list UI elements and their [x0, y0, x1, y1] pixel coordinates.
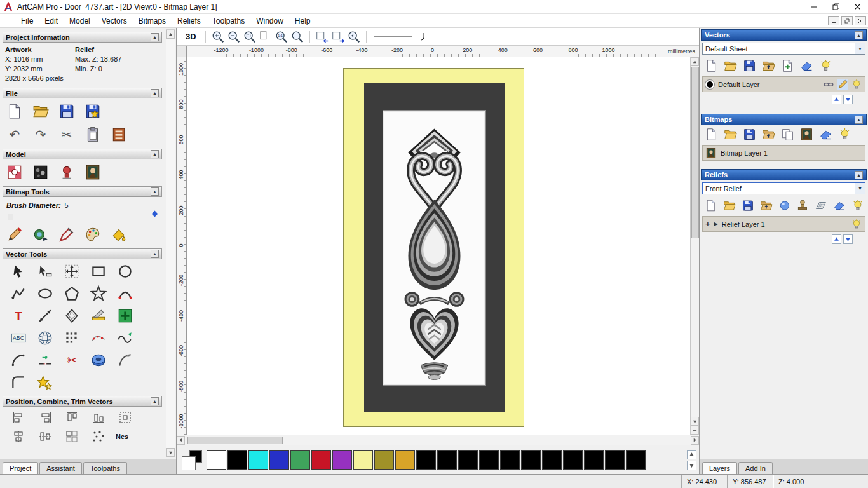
view-splitter-icon[interactable] — [691, 426, 699, 435]
palette-swatch-11[interactable] — [437, 450, 457, 470]
fit-arcs-icon[interactable] — [117, 352, 133, 369]
new-file-icon[interactable] — [705, 199, 717, 212]
zoom-back-icon[interactable] — [347, 30, 361, 44]
set-model-size-icon[interactable] — [6, 164, 23, 180]
vector-layer-row[interactable]: Default Layer — [702, 76, 865, 92]
brush-diameter-slider[interactable] — [6, 212, 157, 222]
new-layer-plus-icon[interactable]: + — [705, 219, 710, 229]
palette-swatch-12[interactable] — [458, 450, 478, 470]
new-file-icon[interactable] — [705, 128, 718, 141]
create-polygon-icon[interactable] — [64, 285, 80, 302]
open-file-icon[interactable] — [724, 128, 737, 141]
align-left-icon[interactable] — [11, 410, 26, 425]
close-icon[interactable] — [846, 0, 868, 13]
extrude-vector-icon[interactable] — [90, 352, 107, 369]
tab-toolpaths[interactable]: Toolpaths — [83, 462, 127, 474]
menu-file[interactable]: File — [15, 15, 39, 27]
palette-swatch-14[interactable] — [500, 450, 520, 470]
undo-icon[interactable]: ↶ — [6, 126, 23, 143]
collapse-icon[interactable]: ▲ — [151, 397, 159, 405]
eraser-icon[interactable] — [833, 199, 846, 212]
paint-selective-icon[interactable] — [32, 226, 49, 243]
palette-scroll-up-icon[interactable] — [687, 450, 696, 459]
save-model-icon[interactable] — [85, 103, 101, 119]
eraser-icon[interactable] — [819, 128, 832, 141]
tab-layers[interactable]: Layers — [702, 462, 737, 474]
sheet-select[interactable]: Default Sheet ▼ — [702, 43, 865, 55]
create-rectangle-icon[interactable] — [90, 263, 107, 280]
line-style-widget[interactable] — [372, 31, 433, 43]
expand-arrow-icon[interactable]: ▶ — [714, 221, 718, 227]
collapse-icon[interactable]: ▲ — [151, 250, 159, 258]
menu-edit[interactable]: Edit — [39, 15, 64, 27]
slice-vector-icon[interactable] — [90, 308, 107, 324]
palette-swatch-1[interactable] — [227, 450, 247, 470]
palette-swatch-16[interactable] — [542, 450, 562, 470]
text-block-icon[interactable]: ABC — [10, 330, 27, 346]
bulb-icon[interactable] — [851, 219, 862, 230]
palette-swatch-7[interactable] — [353, 450, 373, 470]
notes-icon[interactable] — [111, 126, 127, 143]
create-star-icon[interactable] — [90, 285, 107, 302]
palette-swatch-20[interactable] — [626, 450, 646, 470]
spin-vectors-icon[interactable] — [37, 374, 53, 391]
vertical-scrollbar[interactable] — [690, 57, 699, 435]
zoom-ratio-icon[interactable]: 1:1 — [275, 30, 288, 44]
palette-swatch-19[interactable] — [605, 450, 625, 470]
open-file-icon[interactable] — [32, 103, 49, 119]
edit-icon[interactable] — [837, 79, 848, 90]
palette-scroll-down-icon[interactable] — [687, 461, 696, 470]
align-top-icon[interactable] — [64, 410, 79, 425]
save-file-icon[interactable] — [58, 103, 75, 119]
collapse-icon[interactable]: ▲ — [855, 171, 863, 179]
open-file-icon[interactable] — [724, 59, 737, 72]
offset-vector-icon[interactable] — [64, 308, 80, 324]
paste-vector-icon[interactable] — [117, 308, 133, 324]
transform-vectors-icon[interactable] — [64, 263, 80, 280]
adjust-model-icon[interactable] — [32, 164, 49, 180]
mdi-restore-icon[interactable] — [841, 16, 853, 25]
align-bottom-icon[interactable] — [91, 410, 106, 425]
palette-swatch-4[interactable] — [290, 450, 310, 470]
scroll-left-icon[interactable] — [177, 436, 185, 445]
left-panel-scrollbar[interactable] — [166, 29, 175, 458]
save-file-icon[interactable] — [743, 128, 756, 141]
copy-icon[interactable] — [781, 128, 794, 141]
chevron-down-icon[interactable]: ▼ — [855, 183, 865, 194]
create-circle-icon[interactable] — [117, 263, 133, 280]
zoom-box-icon[interactable] — [243, 30, 257, 44]
bitmap-layer-row[interactable]: Bitmap Layer 1 — [702, 145, 865, 161]
eraser-icon[interactable] — [800, 59, 813, 72]
collapse-icon[interactable]: ▲ — [151, 150, 159, 158]
scroll-up-icon[interactable] — [166, 30, 175, 39]
new-layer-icon[interactable] — [781, 59, 794, 72]
collapse-icon[interactable]: ▲ — [151, 89, 159, 97]
new-file-icon[interactable] — [705, 59, 718, 72]
wrap-vectors-icon[interactable] — [37, 330, 53, 346]
collapse-icon[interactable]: ▲ — [151, 187, 159, 196]
palette-swatch-2[interactable] — [248, 450, 268, 470]
bulb-icon[interactable] — [838, 128, 851, 141]
merge-folder-icon[interactable] — [760, 199, 773, 212]
layer-up-icon[interactable] — [832, 95, 841, 104]
merge-folder-icon[interactable] — [762, 59, 775, 72]
load-bitmap-icon[interactable] — [800, 128, 813, 141]
fillet-vectors-icon[interactable] — [10, 374, 27, 391]
zoom-out-icon[interactable] — [227, 30, 241, 44]
chevron-down-icon[interactable]: ▼ — [855, 43, 865, 54]
palette-swatch-5[interactable] — [311, 450, 331, 470]
align-right-icon[interactable] — [37, 410, 53, 425]
palette-swatch-9[interactable] — [395, 450, 415, 470]
palette-swatch-13[interactable] — [479, 450, 499, 470]
select-vectors-icon[interactable] — [10, 263, 27, 280]
tab-project[interactable]: Project — [3, 462, 38, 474]
palette-icon[interactable] — [85, 226, 101, 243]
merge-folder-icon[interactable] — [762, 128, 775, 141]
measure-icon[interactable] — [37, 308, 53, 324]
palette-swatch-10[interactable] — [416, 450, 436, 470]
menu-toolpaths[interactable]: Toolpaths — [207, 15, 250, 27]
relief-layer-row[interactable]: + ▶ Relief Layer 1 — [702, 216, 865, 232]
scatter-copies-icon[interactable] — [91, 429, 106, 444]
menu-vectors[interactable]: Vectors — [96, 15, 133, 27]
drawing-canvas[interactable] — [187, 57, 690, 435]
